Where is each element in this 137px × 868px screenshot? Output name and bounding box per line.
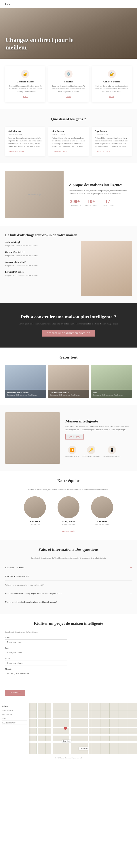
cta-section: Prêt à construire une maison plus intell…	[0, 303, 137, 347]
faq-item[interactable]: Nam ut nisl odio dolor. Integer iaculis …	[5, 598, 132, 607]
nav-link[interactable]: ABOUT COMPANY	[112, 3, 132, 5]
hub-section: Le hub d'affichage tout-en-un de votre m…	[0, 226, 137, 303]
chevron-down-icon: +	[130, 583, 132, 586]
faq-item[interactable]: How much does it cost? +	[5, 563, 132, 572]
name-input[interactable]	[5, 639, 67, 645]
contact-desc: Sample text. Click to select the Text El…	[5, 631, 132, 633]
faq-item[interactable]: What education and/or training do you ha…	[5, 589, 132, 598]
team-card: Mary Smith Chef consultante	[54, 496, 83, 525]
features-grid: 🔐 Contrôle d'accès Proin sed libero enim…	[5, 66, 132, 102]
hero-content: Changez en direct pour le meilleur	[5, 36, 97, 51]
smart-icon-circle: 📶	[68, 446, 76, 454]
about-text: Lorem ipsum dolor sit amet, consectetur …	[69, 189, 132, 195]
team-images-anchor[interactable]: Images de l'équipe	[62, 530, 76, 532]
contact-form: Name Email Phone Message ENVOYER	[5, 637, 67, 695]
smart-icon-item: 📶 Se connecte sans Fil	[65, 446, 79, 457]
manage-card-text: Sample text. Click to select the Text El…	[7, 394, 44, 396]
manage-card-title: Sam	[93, 392, 130, 394]
testimonial-text: Proin sed libero enim sed faucibus turpi…	[52, 137, 86, 148]
hero-title: Changez en direct pour le meilleur	[5, 36, 97, 51]
testimonial-more-link[interactable]: LOREM SOLUTION	[8, 151, 24, 152]
team-grid: Bob Brun chef cuisinier Mary Smith Chef …	[5, 496, 132, 525]
logo: logo	[5, 3, 10, 5]
team-card: Nick Dark directeur des ventes	[88, 496, 117, 525]
feature-link[interactable]: PLUS	[66, 96, 71, 98]
stat-number: 300+	[69, 199, 81, 204]
faq-question: Nam ut nisl odio dolor. Integer iaculis …	[5, 601, 57, 603]
name-field-row: Name	[5, 637, 67, 645]
feature-link[interactable]: PLUS	[109, 96, 114, 98]
map-sidebar-item-3: 10001	[2, 717, 27, 720]
hub-grid: Assistant Google Sample text. Click to s…	[5, 241, 132, 296]
testimonial-date: LOREM 2013-2014	[8, 133, 42, 135]
hub-item-title: Écran HD 10 pouces	[5, 271, 76, 273]
testimonial-name: Nick Johnson	[52, 130, 86, 133]
smart-button[interactable]: VOIR PLUS	[65, 434, 84, 439]
team-member-role: chef cuisinier	[20, 523, 49, 525]
about-image: smart home image	[5, 171, 63, 218]
hub-title: Le hub d'affichage tout-en-un de votre m…	[5, 233, 132, 237]
team-images-link[interactable]: Images de l'équipe	[5, 529, 132, 532]
testimonial-card: Olga Ivanova LOREM 2013-2014 Proin sed l…	[92, 127, 132, 156]
feature-card: 🔐 Contrôle d'accès Proin sed libero enim…	[92, 66, 132, 102]
avatar	[24, 496, 46, 518]
stat-item: 300+ LOREM LOREM	[69, 199, 81, 207]
team-member-name: Bob Brun	[20, 520, 49, 523]
testimonial-more-link[interactable]: LOREM SOLUTION	[95, 151, 110, 152]
feature-link[interactable]: PLUS	[22, 96, 28, 98]
team-card: Bob Brun chef cuisinier	[20, 496, 49, 525]
faq-question: What education and/or training do you ha…	[5, 592, 61, 594]
smart-content: Maison intelligente Sample text. Click t…	[65, 419, 132, 457]
feature-card: 🛡️ Sécurité Proin sed libero enim sed fa…	[48, 66, 89, 102]
cta-title: Prêt à construire une maison plus intell…	[5, 314, 132, 320]
navigation: logo HOME PAGEABOUT COMPANY	[0, 0, 137, 8]
phone-input[interactable]	[5, 660, 67, 666]
team-title: Notre équipe	[5, 478, 132, 483]
name-label: Name	[5, 637, 67, 639]
faq-title: Faits et informations Des questions	[5, 547, 132, 552]
testimonial-text: Proin sed libero enim sed faucibus turpi…	[95, 137, 129, 148]
email-input[interactable]	[5, 650, 67, 655]
map-road-v-3	[70, 703, 71, 754]
map-sidebar-item-4: Tel: +1 234 567 890	[2, 721, 27, 725]
manage-card-title: Contrôleur de maison	[50, 392, 87, 394]
testimonial-name: Olga Ivanova	[95, 130, 129, 133]
smart-icon-circle: 📱	[108, 446, 116, 454]
feature-desc: Proin sed libero enim sed faucibus turpi…	[51, 85, 86, 93]
testimonial-more-link[interactable]: LOREM SOLUTION	[52, 151, 67, 152]
smart-icon-item: 🔑 Clé de manière centralisée	[82, 446, 100, 457]
message-input[interactable]	[5, 671, 67, 685]
feature-card: 🔐 Contrôle d'accès Proin sed libero enim…	[5, 66, 45, 102]
faq-item[interactable]: What types of customers have you worked …	[5, 581, 132, 589]
phone-field-row: Phone	[5, 657, 67, 666]
feature-title: Sécurité	[51, 80, 86, 83]
map-section: New York intelligentes Adresse 123 Main …	[0, 703, 137, 754]
smart-section: Maison intelligente Sample text. Click t…	[0, 405, 137, 471]
stat-item: 17 LOREM LOREM	[102, 199, 113, 207]
nav-link[interactable]: HOME PAGE	[94, 3, 108, 5]
feature-icon: 🛡️	[64, 70, 73, 78]
about-content: À propos des maisons intelligentes Lorem…	[69, 183, 132, 207]
feature-desc: Proin sed libero enim sed faucibus turpi…	[8, 85, 43, 93]
manage-card-title: Vidéosurveillance avancée	[7, 392, 44, 394]
chevron-down-icon: +	[130, 600, 132, 603]
team-member-role: directeur des ventes	[88, 523, 117, 525]
faq-list: How much does it cost? + How Free Are Yo…	[5, 563, 132, 607]
testimonial-card: Stella Larson LOREM 2013-2014 Proin sed …	[5, 127, 45, 156]
faq-item[interactable]: How Free Are Your Services? +	[5, 572, 132, 581]
email-field-row: Email	[5, 647, 67, 655]
team-desc: Ut enim ad minim veniam, quis nostrud ex…	[23, 488, 114, 491]
map-label-intelligentes: intelligentes	[79, 747, 89, 750]
smart-icon-circle: 🔑	[87, 446, 95, 454]
testimonial-name: Stella Larson	[8, 130, 42, 133]
feature-desc: Proin sed libero enim sed faucibus turpi…	[94, 85, 129, 93]
map-sidebar-item-2: New York, NY	[2, 713, 27, 716]
email-label: Email	[5, 647, 67, 649]
faq-question: How Free Are Your Services?	[5, 575, 29, 577]
cta-button[interactable]: OBTENEZ UNE ESTIMATION GRATUITE	[42, 330, 95, 337]
testimonial-date: LOREM 2013-2014	[52, 133, 86, 135]
team-member-name: Mary Smith	[54, 520, 83, 523]
hub-item-title: Chrome Cast intégré	[5, 251, 76, 253]
submit-button[interactable]: ENVOYER	[5, 690, 25, 695]
manage-card: Contrôleur de maison Sample text. Click …	[48, 365, 89, 398]
